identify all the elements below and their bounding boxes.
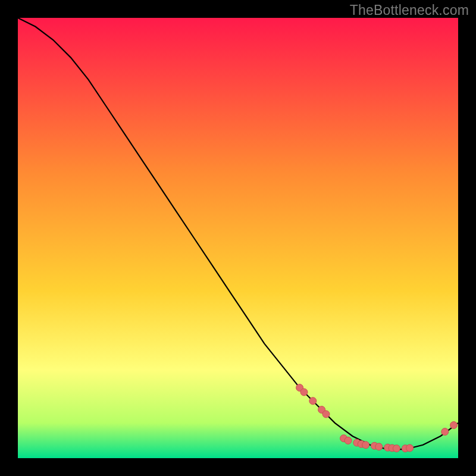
curve-marker xyxy=(393,445,400,452)
curve-marker xyxy=(322,411,330,418)
chart-frame: TheBottleneck.com xyxy=(0,0,476,476)
gradient-background xyxy=(18,18,458,458)
curve-marker xyxy=(345,437,352,444)
bottleneck-chart xyxy=(18,18,458,458)
curve-marker xyxy=(450,422,458,429)
curve-marker xyxy=(300,389,308,396)
plot-area xyxy=(18,18,458,458)
curve-marker xyxy=(441,428,449,436)
curve-marker xyxy=(375,443,383,450)
curve-marker xyxy=(362,441,369,449)
curve-marker xyxy=(406,444,414,452)
curve-marker xyxy=(309,397,317,405)
watermark-text: TheBottleneck.com xyxy=(350,2,469,18)
